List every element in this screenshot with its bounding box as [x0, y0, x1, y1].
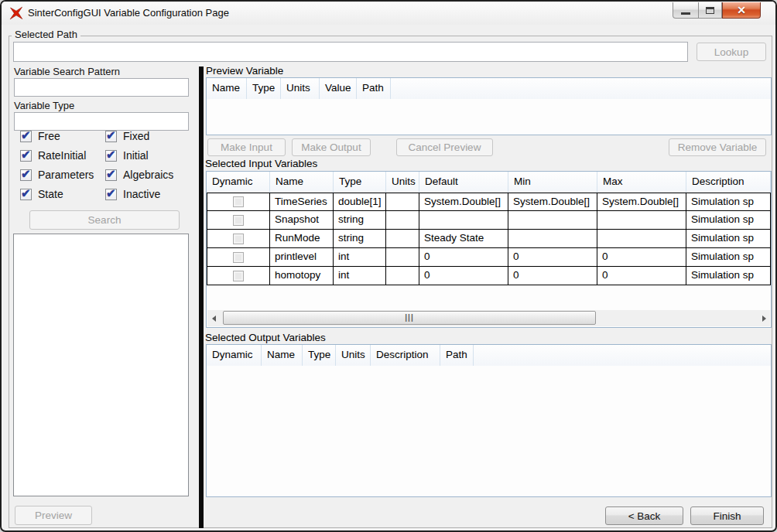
- variable-type-input[interactable]: [14, 112, 189, 131]
- scroll-right-arrow-icon[interactable]: [758, 310, 770, 326]
- dynamic-checkbox[interactable]: [233, 196, 244, 207]
- dynamic-checkbox-cell[interactable]: [207, 267, 270, 285]
- dynamic-checkbox[interactable]: [233, 271, 244, 281]
- checkbox-algebraics[interactable]: Algebraics: [105, 169, 186, 181]
- checkbox-rateinitial[interactable]: RateInitial: [20, 149, 105, 162]
- input-table-column-header-dynamic[interactable]: Dynamic: [207, 172, 270, 193]
- input-table-column-header-units[interactable]: Units: [386, 172, 419, 193]
- remove-variable-button[interactable]: Remove Variable: [669, 138, 766, 156]
- make-output-button[interactable]: Make Output: [292, 138, 371, 156]
- cell-default: System.Double[]: [419, 193, 508, 211]
- output-table-column-header-path[interactable]: Path: [440, 345, 474, 366]
- window: SinterConfigGUI Variable Configuration P…: [0, 0, 777, 532]
- cell-units: [386, 248, 419, 267]
- cell-units: [386, 230, 419, 248]
- cell-min: [508, 211, 597, 230]
- output-table-column-header-units[interactable]: Units: [336, 345, 371, 366]
- input-table-hscrollbar[interactable]: |||: [207, 310, 770, 326]
- close-icon: ✕: [737, 3, 746, 18]
- checkbox-fixed-box[interactable]: [105, 131, 117, 142]
- dynamic-checkbox[interactable]: [233, 234, 244, 244]
- dynamic-checkbox-cell[interactable]: [207, 230, 270, 248]
- preview-table-column-header-name[interactable]: Name: [207, 78, 247, 99]
- maximize-icon: [706, 7, 714, 14]
- title-bar[interactable]: SinterConfigGUI Variable Configuration P…: [2, 2, 775, 25]
- cell-min: 0: [508, 267, 597, 285]
- lookup-button[interactable]: Lookup: [697, 43, 766, 61]
- preview-variable-table: NameTypeUnitsValuePath: [206, 77, 772, 135]
- checkbox-label: State: [38, 188, 63, 200]
- input-table-column-header-max[interactable]: Max: [597, 172, 686, 193]
- checkbox-parameters-box[interactable]: [20, 169, 32, 181]
- checkbox-inactive[interactable]: Inactive: [105, 188, 186, 200]
- selected-path-input[interactable]: [13, 42, 688, 62]
- minimize-button[interactable]: [673, 2, 699, 19]
- search-button[interactable]: Search: [29, 210, 180, 230]
- output-table-column-header-name[interactable]: Name: [262, 345, 303, 366]
- input-variable-row-snapshot[interactable]: SnapshotstringSimulation sp: [207, 211, 771, 230]
- close-button[interactable]: ✕: [722, 2, 761, 19]
- dynamic-checkbox[interactable]: [233, 252, 244, 263]
- selected-input-variables-label: Selected Input Variables: [205, 158, 317, 169]
- output-table-header: DynamicNameTypeUnitsDescriptionPath: [207, 345, 771, 366]
- finish-button[interactable]: Finish: [690, 506, 764, 525]
- variable-search-pattern-input[interactable]: [14, 78, 189, 97]
- checkbox-label: Fixed: [123, 130, 149, 142]
- checkbox-initial-box[interactable]: [105, 150, 117, 162]
- checkbox-parameters[interactable]: Parameters: [20, 169, 105, 181]
- output-table-column-header-type[interactable]: Type: [303, 345, 336, 366]
- input-table-column-header-min[interactable]: Min: [508, 172, 597, 193]
- minimize-icon: [681, 12, 690, 15]
- checkbox-initial[interactable]: Initial: [105, 149, 186, 162]
- preview-table-column-header-type[interactable]: Type: [247, 78, 281, 99]
- input-variable-row-printlevel[interactable]: printlevelint000Simulation sp: [207, 248, 771, 267]
- dynamic-checkbox-cell[interactable]: [207, 211, 270, 230]
- selected-output-variables-label: Selected Output Variables: [205, 332, 326, 343]
- cell-max: 0: [597, 248, 686, 267]
- scrollbar-thumb[interactable]: |||: [223, 311, 596, 325]
- scroll-left-arrow-icon[interactable]: [207, 310, 220, 326]
- checkbox-inactive-box[interactable]: [105, 189, 117, 200]
- cell-name: Snapshot: [270, 211, 334, 230]
- dynamic-checkbox[interactable]: [233, 215, 244, 226]
- dynamic-checkbox-cell[interactable]: [207, 193, 270, 211]
- cell-units: [386, 193, 419, 211]
- cell-max: 0: [597, 267, 686, 285]
- checkbox-fixed[interactable]: Fixed: [105, 130, 186, 142]
- preview-table-column-header-units[interactable]: Units: [281, 78, 320, 99]
- checkbox-free[interactable]: Free: [20, 130, 105, 142]
- input-variable-row-homotopy[interactable]: homotopyint000Simulation sp: [207, 267, 771, 285]
- cell-description: Simulation sp: [686, 230, 771, 248]
- output-variables-table: DynamicNameTypeUnitsDescriptionPath: [206, 344, 772, 497]
- input-variable-row-timeseries[interactable]: TimeSeriesdouble[1]System.Double[]System…: [207, 193, 771, 211]
- checkbox-rateinitial-box[interactable]: [20, 150, 32, 162]
- input-table-column-header-description[interactable]: Description: [686, 172, 771, 193]
- dynamic-checkbox-cell[interactable]: [207, 248, 270, 267]
- checkbox-state[interactable]: State: [20, 188, 105, 200]
- panel-splitter[interactable]: [199, 66, 204, 528]
- make-input-button[interactable]: Make Input: [207, 138, 286, 156]
- cell-units: [386, 267, 419, 285]
- output-table-column-header-dynamic[interactable]: Dynamic: [207, 345, 262, 366]
- checkbox-state-box[interactable]: [20, 189, 32, 200]
- preview-table-column-header-path[interactable]: Path: [357, 78, 391, 99]
- input-table-column-header-name[interactable]: Name: [270, 172, 334, 193]
- checkbox-label: Free: [38, 130, 60, 142]
- input-table-column-header-type[interactable]: Type: [334, 172, 386, 193]
- checkbox-algebraics-box[interactable]: [105, 169, 117, 181]
- input-table-column-header-default[interactable]: Default: [419, 172, 508, 193]
- variable-search-pattern-label: Variable Search Pattern: [14, 66, 120, 77]
- preview-table-column-header-value[interactable]: Value: [320, 78, 357, 99]
- input-variable-row-runmode[interactable]: RunModestringSteady StateSimulation sp: [207, 230, 771, 248]
- checkbox-label: Initial: [123, 149, 149, 162]
- back-button[interactable]: < Back: [605, 506, 683, 525]
- scrollbar-grip-icon: |||: [405, 314, 413, 322]
- cell-type: int: [334, 248, 386, 267]
- cell-max: [597, 211, 686, 230]
- search-results-list[interactable]: [13, 234, 189, 496]
- maximize-button[interactable]: [699, 2, 722, 19]
- preview-button[interactable]: Preview: [15, 506, 92, 525]
- cancel-preview-button[interactable]: Cancel Preview: [396, 138, 493, 156]
- output-table-column-header-description[interactable]: Description: [371, 345, 440, 366]
- checkbox-free-box[interactable]: [20, 131, 32, 142]
